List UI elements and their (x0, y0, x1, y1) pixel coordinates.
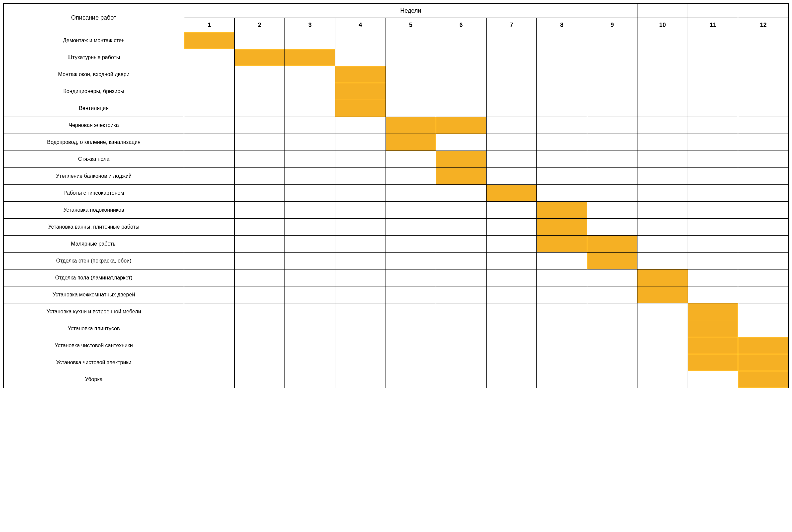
gantt-cell-empty (537, 66, 587, 83)
gantt-cell-empty (285, 286, 335, 303)
gantt-cell-filled (486, 185, 537, 202)
gantt-bar (436, 117, 486, 134)
gantt-cell-empty (385, 354, 436, 371)
gantt-bar (184, 32, 234, 49)
task-name-cell: Штукатурные работы (4, 49, 184, 66)
gantt-cell-empty (587, 354, 638, 371)
gantt-cell-empty (335, 354, 385, 371)
gantt-cell-empty (587, 320, 638, 337)
gantt-cell-filled (687, 320, 738, 337)
gantt-cell-empty (638, 218, 688, 235)
task-name-cell: Установка чистовой электрики (4, 354, 184, 371)
gantt-cell-empty (537, 32, 587, 49)
gantt-cell-empty (638, 168, 688, 185)
gantt-cell-empty (537, 83, 587, 100)
task-name-cell: Утепление балконов и лоджий (4, 168, 184, 185)
gantt-cell-empty (587, 83, 638, 100)
gantt-bar (436, 168, 486, 185)
gantt-cell-empty (234, 218, 285, 235)
gantt-cell-empty (587, 49, 638, 66)
gantt-cell-empty (738, 83, 789, 100)
gantt-bar (688, 320, 738, 337)
gantt-cell-empty (385, 32, 436, 49)
gantt-bar (688, 337, 738, 354)
gantt-bar (487, 185, 537, 202)
gantt-cell-filled (436, 168, 487, 185)
gantt-cell-empty (234, 354, 285, 371)
gantt-cell-filled (184, 32, 234, 49)
task-name-cell: Вентиляция (4, 100, 184, 117)
gantt-cell-empty (184, 151, 234, 168)
task-name-cell: Установка межкомнатных дверей (4, 286, 184, 303)
task-column-header: Описание работ (4, 4, 184, 32)
gantt-cell-empty (234, 269, 285, 286)
gantt-cell-empty (335, 168, 385, 185)
gantt-cell-empty (436, 269, 487, 286)
gantt-cell-empty (587, 185, 638, 202)
gantt-cell-empty (234, 117, 285, 134)
gantt-cell-empty (285, 337, 335, 354)
gantt-bar (285, 49, 335, 66)
gantt-cell-empty (234, 151, 285, 168)
gantt-cell-empty (486, 269, 537, 286)
gantt-cell-empty (587, 202, 638, 218)
gantt-cell-empty (738, 49, 789, 66)
gantt-cell-empty (638, 49, 688, 66)
gantt-cell-empty (285, 320, 335, 337)
gantt-cell-empty (184, 117, 234, 134)
gantt-cell-empty (285, 354, 335, 371)
gantt-cell-empty (335, 371, 385, 388)
gantt-cell-empty (335, 235, 385, 252)
gantt-cell-empty (486, 117, 537, 134)
gantt-cell-empty (687, 168, 738, 185)
gantt-cell-empty (638, 151, 688, 168)
gantt-cell-empty (234, 83, 285, 100)
table-row: Отделка пола (ламинат,паркет) (4, 269, 789, 286)
week-header-1: 1 (184, 18, 234, 32)
gantt-cell-empty (738, 168, 789, 185)
week-header-9: 9 (587, 18, 638, 32)
gantt-cell-filled (385, 117, 436, 134)
gantt-cell-empty (537, 134, 587, 151)
gantt-cell-empty (486, 371, 537, 388)
gantt-cell-empty (486, 134, 537, 151)
gantt-bar (738, 354, 788, 371)
gantt-cell-filled (638, 286, 688, 303)
gantt-cell-empty (486, 168, 537, 185)
gantt-cell-empty (436, 32, 487, 49)
gantt-cell-empty (687, 371, 738, 388)
gantt-cell-empty (436, 100, 487, 117)
gantt-cell-empty (587, 151, 638, 168)
gantt-cell-empty (234, 337, 285, 354)
gantt-cell-empty (184, 66, 234, 83)
gantt-cell-empty (285, 185, 335, 202)
gantt-cell-empty (486, 100, 537, 117)
gantt-cell-filled (687, 303, 738, 320)
gantt-cell-empty (385, 303, 436, 320)
gantt-bar (738, 337, 788, 354)
gantt-cell-filled (738, 371, 789, 388)
gantt-cell-empty (285, 269, 335, 286)
gantt-cell-empty (285, 151, 335, 168)
gantt-cell-empty (385, 320, 436, 337)
gantt-cell-empty (687, 185, 738, 202)
gantt-cell-empty (537, 100, 587, 117)
gantt-cell-empty (638, 337, 688, 354)
gantt-cell-empty (537, 151, 587, 168)
gantt-cell-empty (587, 100, 638, 117)
task-name-cell: Установка плинтусов (4, 320, 184, 337)
gantt-cell-filled (537, 202, 587, 218)
gantt-cell-empty (638, 320, 688, 337)
gantt-cell-empty (285, 252, 335, 269)
gantt-cell-empty (335, 320, 385, 337)
gantt-cell-empty (537, 371, 587, 388)
gantt-cell-empty (234, 202, 285, 218)
gantt-cell-empty (486, 49, 537, 66)
gantt-cell-empty (335, 252, 385, 269)
gantt-cell-empty (436, 371, 487, 388)
gantt-cell-empty (587, 303, 638, 320)
week-header-7: 7 (486, 18, 537, 32)
gantt-cell-empty (738, 286, 789, 303)
gantt-cell-filled (335, 66, 385, 83)
gantt-cell-empty (738, 202, 789, 218)
